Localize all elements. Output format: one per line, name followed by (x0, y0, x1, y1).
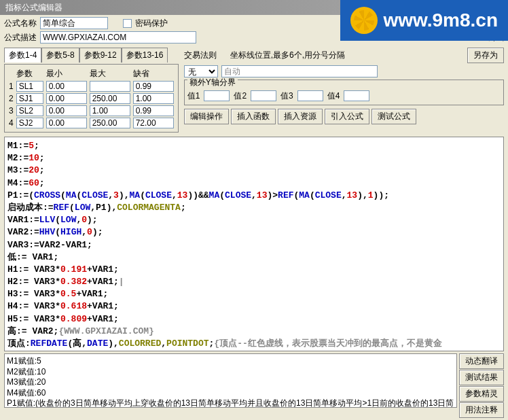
param-4-def[interactable] (133, 118, 174, 128)
param-2-name[interactable] (16, 93, 43, 104)
val-3[interactable] (297, 90, 323, 101)
val-1[interactable] (204, 90, 230, 101)
side-btn-3[interactable]: 用法注释 (459, 402, 504, 418)
param-2-def[interactable] (133, 93, 174, 104)
password-checkbox[interactable] (123, 19, 132, 28)
formula-desc-input[interactable] (40, 31, 196, 43)
code-editor[interactable]: M1:=5;M2:=10;M3:=20;M4:=60;P1:=(CROSS(MA… (4, 137, 504, 351)
param-1-name[interactable] (16, 81, 43, 92)
desc-label: 公式描述 (4, 32, 37, 43)
param-3-max[interactable] (90, 105, 130, 116)
trade-rule-label: 交易法则 (184, 50, 217, 61)
val-2[interactable] (251, 90, 276, 101)
action-btn-0[interactable]: 编辑操作 (184, 109, 229, 124)
param-tab-3[interactable]: 参数13-16 (122, 48, 168, 63)
param-2-max[interactable] (90, 93, 130, 104)
param-3-min[interactable] (46, 105, 87, 116)
action-btn-1[interactable]: 插入函数 (231, 109, 276, 124)
watermark-logo (350, 7, 378, 34)
param-tab-0[interactable]: 参数1-4 (4, 48, 41, 63)
coord-input[interactable] (221, 65, 378, 77)
side-btn-1[interactable]: 测试结果 (459, 370, 504, 385)
window-title: 指标公式编辑器 (5, 2, 62, 14)
param-tabs: 参数1-4参数5-8参数9-12参数13-16 (4, 48, 179, 63)
action-btn-4[interactable]: 测试公式 (371, 109, 416, 124)
action-btn-2[interactable]: 插入资源 (278, 109, 323, 124)
watermark-overlay: www.9m8.cn (340, 0, 508, 41)
param-1-max[interactable] (90, 81, 130, 92)
coord-label: 坐标线位置,最多6个,用分号分隔 (230, 50, 345, 61)
formula-name-input[interactable] (40, 17, 108, 29)
param-4-name[interactable] (16, 118, 43, 128)
extra-y-fieldset: 额外Y轴分界 值1值2值3值4 (184, 80, 504, 105)
param-1-min[interactable] (46, 81, 87, 92)
password-label: 密码保护 (135, 18, 168, 29)
trade-select[interactable]: 无 (184, 65, 218, 77)
param-2-min[interactable] (46, 93, 87, 104)
name-label: 公式名称 (4, 18, 37, 29)
param-tab-1[interactable]: 参数5-8 (41, 48, 79, 63)
param-4-min[interactable] (46, 118, 87, 128)
action-btn-3[interactable]: 引入公式 (325, 109, 369, 124)
param-grid: 参数最小最大缺省1234 (4, 64, 179, 133)
param-1-def[interactable] (133, 81, 174, 92)
side-btn-2[interactable]: 参数精灵 (459, 386, 504, 402)
param-3-name[interactable] (16, 105, 43, 116)
param-tab-2[interactable]: 参数9-12 (79, 48, 122, 63)
param-3-def[interactable] (133, 105, 174, 116)
param-4-max[interactable] (90, 118, 130, 128)
debug-output: M1赋值:5M2赋值:10M3赋值:20M4赋值:60P1赋值:(收盘价的3日简… (4, 353, 457, 408)
save-as-button[interactable]: 另存为 (467, 48, 504, 63)
val-4[interactable] (344, 90, 369, 101)
side-btn-0[interactable]: 动态翻译 (459, 353, 504, 369)
